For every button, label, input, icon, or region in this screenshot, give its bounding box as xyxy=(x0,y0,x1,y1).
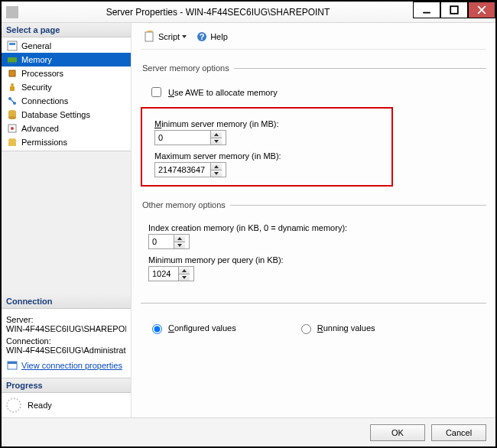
page-item-database-settings[interactable]: Database Settings xyxy=(2,108,131,122)
server-value: WIN-4F44SEC6IUG\SHAREPOINT xyxy=(6,324,126,333)
memory-icon xyxy=(6,54,18,66)
link-icon xyxy=(6,359,18,372)
page-item-connections[interactable]: Connections xyxy=(2,94,131,108)
max-memory-input[interactable] xyxy=(155,163,210,177)
svg-point-19 xyxy=(8,116,16,119)
database-icon xyxy=(6,109,18,121)
page-item-security[interactable]: Security xyxy=(2,80,131,94)
max-memory-label: Maximum server memory (in MB): xyxy=(154,151,387,161)
running-label: Running values xyxy=(317,323,375,333)
page-item-label: General xyxy=(21,41,51,50)
help-label: Help xyxy=(210,32,228,41)
page-item-permissions[interactable]: Permissions xyxy=(2,135,131,149)
svg-rect-11 xyxy=(9,70,15,76)
other-memory-options-legend: Other memory options xyxy=(141,200,230,209)
index-memory-spinbox[interactable] xyxy=(148,234,190,249)
svg-rect-6 xyxy=(8,57,17,62)
svg-point-12 xyxy=(11,83,14,86)
spin-down-icon[interactable] xyxy=(179,274,190,281)
highlight-box: Minimum server memory (in MB): Maximum s… xyxy=(141,107,393,187)
values-group: Configured values Running values xyxy=(141,303,486,334)
app-icon xyxy=(6,6,18,18)
progress-state: Ready xyxy=(28,401,52,410)
svg-rect-26 xyxy=(8,362,17,364)
svg-text:?: ? xyxy=(200,32,205,41)
spin-up-icon[interactable] xyxy=(211,163,222,170)
spin-down-icon[interactable] xyxy=(174,242,185,248)
spin-down-icon[interactable] xyxy=(211,170,222,177)
other-memory-options-group: Other memory options Index creation memo… xyxy=(141,200,486,281)
connection-label: Connection: xyxy=(6,336,126,346)
script-button[interactable]: Script xyxy=(141,29,190,44)
server-memory-options-group: Server memory options Use AWE to allocat… xyxy=(141,63,486,187)
max-memory-spinbox[interactable] xyxy=(154,162,226,177)
advanced-icon xyxy=(6,122,18,135)
svg-rect-13 xyxy=(10,86,15,91)
svg-rect-24 xyxy=(8,142,16,146)
minimize-button[interactable] xyxy=(413,2,440,18)
page-item-advanced[interactable]: Advanced xyxy=(2,122,131,135)
close-button[interactable] xyxy=(468,2,495,18)
connections-icon xyxy=(6,95,18,107)
running-radio-input[interactable] xyxy=(301,324,311,334)
svg-rect-27 xyxy=(145,32,153,41)
min-memory-input[interactable] xyxy=(155,131,210,144)
spin-up-icon[interactable] xyxy=(211,131,222,138)
script-icon xyxy=(144,31,156,43)
permissions-icon xyxy=(6,136,18,148)
svg-point-21 xyxy=(11,127,14,130)
min-query-spinbox[interactable] xyxy=(148,266,194,281)
running-values-radio[interactable]: Running values xyxy=(297,322,375,334)
index-memory-label: Index creation memory (in KB, 0 = dynami… xyxy=(148,223,486,232)
page-item-label: Security xyxy=(21,83,52,92)
processors-icon xyxy=(6,67,18,80)
content-panel: Script ? Help Server memory options Use … xyxy=(132,23,495,417)
connection-value: WIN-4F44SEC6IUG\Administrator xyxy=(6,346,126,355)
use-awe-checkbox[interactable] xyxy=(151,87,161,97)
cancel-button[interactable]: Cancel xyxy=(431,424,486,441)
toolbar: Script ? Help xyxy=(141,29,486,50)
page-list: General Memory Processors Security Conne… xyxy=(2,37,131,151)
spin-down-icon[interactable] xyxy=(211,138,222,144)
index-memory-input[interactable] xyxy=(149,235,174,248)
link-label: View connection properties xyxy=(21,361,122,370)
page-item-label: Database Settings xyxy=(21,110,90,119)
ok-button[interactable]: OK xyxy=(370,424,425,441)
footer: OK Cancel xyxy=(2,417,495,446)
page-item-label: Advanced xyxy=(21,124,59,133)
view-connection-properties-link[interactable]: View connection properties xyxy=(6,359,126,372)
page-item-label: Permissions xyxy=(21,138,67,147)
security-icon xyxy=(6,81,18,93)
min-memory-spinbox[interactable] xyxy=(154,130,226,145)
configured-label: Configured values xyxy=(168,323,236,333)
progress-header: Progress xyxy=(2,378,131,393)
page-item-label: Connections xyxy=(21,96,68,106)
configured-values-radio[interactable]: Configured values xyxy=(148,322,236,334)
min-query-label: Minimum memory per query (in KB): xyxy=(148,255,486,265)
progress-box: Ready xyxy=(2,393,131,417)
svg-rect-4 xyxy=(8,41,17,50)
use-awe-label: Use AWE to allocate memory xyxy=(168,88,278,97)
configured-radio-input[interactable] xyxy=(152,324,162,334)
page-item-general[interactable]: General xyxy=(2,39,131,53)
min-query-input[interactable] xyxy=(149,267,178,281)
spin-up-icon[interactable] xyxy=(174,235,185,242)
svg-rect-1 xyxy=(450,6,458,14)
maximize-button[interactable] xyxy=(440,2,468,18)
server-memory-options-legend: Server memory options xyxy=(141,63,234,73)
svg-rect-5 xyxy=(9,43,15,45)
spin-up-icon[interactable] xyxy=(179,267,190,274)
page-item-memory[interactable]: Memory xyxy=(2,53,131,67)
select-page-header: Select a page xyxy=(2,23,131,37)
svg-line-16 xyxy=(11,99,14,102)
help-button[interactable]: ? Help xyxy=(193,29,231,44)
dropdown-icon xyxy=(182,35,187,38)
left-panel: Select a page General Memory Processors … xyxy=(2,23,132,417)
connection-box: Server: WIN-4F44SEC6IUG\SHAREPOINT Conne… xyxy=(2,309,131,378)
page-item-processors[interactable]: Processors xyxy=(2,67,131,80)
server-label: Server: xyxy=(6,315,126,324)
server-properties-window: Server Properties - WIN-4F44SEC6IUG\SHAR… xyxy=(0,0,497,448)
connection-header: Connection xyxy=(2,294,131,309)
progress-spinner-icon xyxy=(6,398,21,413)
page-item-label: Memory xyxy=(21,55,52,64)
